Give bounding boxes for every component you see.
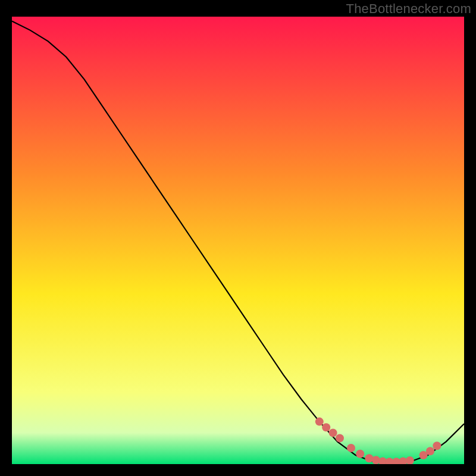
curve-marker [336,434,344,442]
curve-marker [433,441,441,450]
attribution-label: TheBottlenecker.com [346,1,471,17]
chart-container: TheBottlenecker.com [0,0,476,476]
chart-svg [12,17,464,464]
plot-area [12,17,464,464]
curve-marker [347,444,355,452]
curve-marker [329,428,337,437]
curve-marker [426,447,434,455]
curve-marker [322,423,330,431]
gradient-background [12,17,464,464]
curve-marker [315,418,324,426]
curve-marker [356,450,364,458]
